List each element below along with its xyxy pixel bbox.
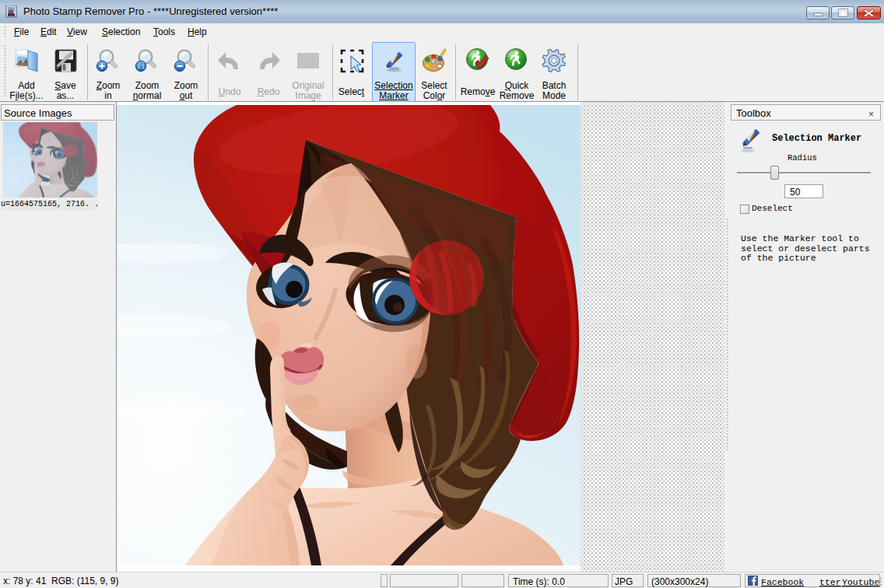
svg-text:1:1: 1:1	[137, 64, 144, 69]
